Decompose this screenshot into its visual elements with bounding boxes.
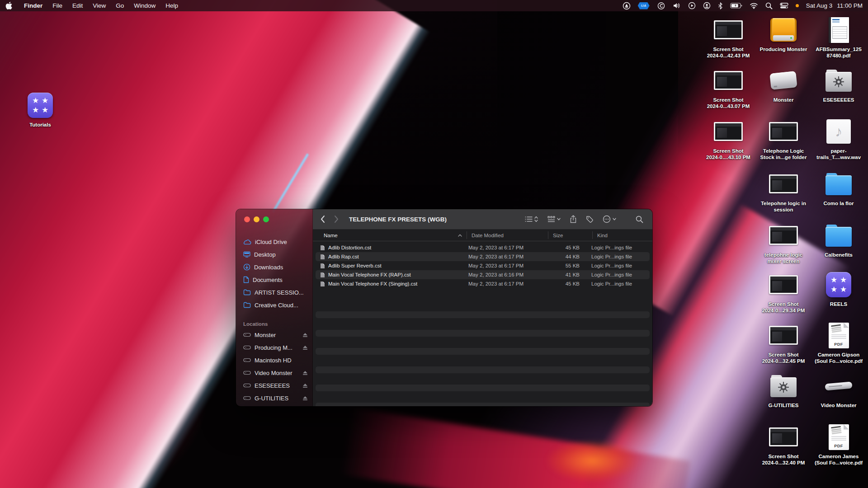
sidebar-item-desktop[interactable]: Desktop: [236, 248, 312, 261]
sidebar-item-label: Monster: [255, 332, 299, 338]
sidebar-item-eseseeees[interactable]: ESESEEEES: [236, 379, 312, 392]
desktop-icon-video-monster[interactable]: Video Monster: [812, 371, 865, 408]
desktop-icon-screenshot[interactable]: Telephone LogicStock in...ge folder: [757, 117, 810, 161]
menu-edit[interactable]: Edit: [67, 0, 88, 11]
pdf-document-icon: PDF: [829, 424, 849, 450]
bell-app-icon[interactable]: [623, 2, 631, 10]
desktop-icon-wav-file[interactable]: ♪ paper-trails_T....wav.wav: [812, 117, 865, 161]
search-button[interactable]: [636, 216, 643, 223]
screenshot-thumbnail-icon: [714, 122, 743, 141]
desktop-icon-reels[interactable]: ★★★★ REELS: [812, 270, 865, 307]
menu-bar-clock[interactable]: Sat Aug 3 11:00 PM: [806, 2, 863, 9]
desktop-icon-eseseeees[interactable]: ESESEEEES: [812, 66, 865, 103]
desktop-icon-tutorials[interactable]: ★★★★ Tutorials: [14, 91, 67, 128]
tags-button[interactable]: [586, 216, 593, 223]
blue-folder-icon: [826, 175, 852, 195]
window-title: TELEPHONE FX PRESETS (WGB): [349, 216, 447, 223]
control-center-icon[interactable]: [780, 3, 788, 9]
spotlight-search-icon[interactable]: [765, 2, 773, 9]
close-button[interactable]: [244, 216, 250, 222]
sidebar-item-macintosh-hd[interactable]: Macintosh HD: [236, 354, 312, 366]
column-header-date-modified[interactable]: Date Modified: [467, 231, 548, 239]
group-by-control[interactable]: [547, 216, 561, 223]
pdf-report-icon: [829, 17, 849, 43]
desktop-icon-screenshot[interactable]: Telepohne logic insession: [757, 169, 810, 213]
sidebar-item-monster[interactable]: Monster: [236, 328, 312, 341]
desktop-icon-cameron-james-pdf[interactable]: PDF Cameron James(Soul Fo...voice.pdf: [812, 422, 865, 466]
screenshot-thumbnail-icon: [769, 326, 798, 345]
bluetooth-icon[interactable]: [718, 2, 723, 9]
play-circle-icon[interactable]: [688, 2, 696, 9]
sidebar-item-label: Documents: [253, 277, 308, 283]
share-button[interactable]: [570, 215, 576, 223]
file-icon: [320, 254, 325, 260]
file-row[interactable]: Adlib Rap.cst May 2, 2023 at 6:17 PM 44 …: [316, 252, 650, 261]
volume-icon[interactable]: [673, 2, 681, 9]
more-actions-button[interactable]: [603, 215, 616, 223]
menu-file[interactable]: File: [47, 0, 67, 11]
desktop-icon-screenshot[interactable]: Screen Shot2024-0....43.10 PM: [702, 117, 755, 161]
file-row[interactable]: Main Vocal Telephone FX (Singing).cst Ma…: [316, 279, 650, 288]
desktop-icon-como-la-flor[interactable]: Como la flor: [812, 169, 865, 206]
column-header-kind[interactable]: Kind: [592, 231, 652, 239]
screenshot-thumbnail-icon: [769, 427, 798, 446]
user-circle-icon[interactable]: [703, 2, 711, 9]
desktop-icon-g-utilities[interactable]: G-UTILITIES: [757, 371, 810, 408]
sidebar-item-documents[interactable]: Documents: [236, 273, 312, 286]
minimize-button[interactable]: [254, 216, 259, 222]
file-row[interactable]: Adlib Super Reverb.cst May 2, 2023 at 6:…: [316, 261, 650, 270]
eject-icon[interactable]: [302, 383, 308, 388]
column-header-size[interactable]: Size: [548, 231, 592, 239]
screenshot-thumbnail-icon: [769, 226, 798, 245]
eject-icon[interactable]: [302, 396, 308, 401]
eject-icon[interactable]: [302, 345, 308, 350]
drive-icon: [243, 395, 251, 401]
clock-time: 11:00 PM: [837, 2, 863, 9]
menu-window[interactable]: Window: [129, 0, 160, 11]
menu-view[interactable]: View: [88, 0, 111, 11]
desktop-icon-screenshot[interactable]: telepohne logicmixer screen: [757, 221, 810, 265]
creative-cloud-icon[interactable]: [657, 2, 665, 9]
desktop-icon-screenshot[interactable]: Screen Shot2024-0...29.34 PM: [757, 270, 810, 314]
empty-row-stripe: [316, 311, 650, 318]
sidebar-item-label: ARTIST SESSIO...: [255, 289, 308, 296]
desktop-icon-screenshot[interactable]: Screen Shot2024-0...42.43 PM: [702, 15, 755, 59]
menu-finder[interactable]: Finder: [19, 0, 47, 11]
group-icon: [547, 216, 555, 223]
back-button[interactable]: [320, 215, 325, 223]
universal-audio-icon[interactable]: UA: [638, 2, 650, 9]
desktop-icon-calbenefits[interactable]: Calbenefits: [812, 221, 865, 258]
drive-icon: [243, 383, 251, 388]
sidebar-item-video-monster[interactable]: Video Monster: [236, 366, 312, 379]
file-list-area: Name Date Modified Size Kind Adlib Disto…: [313, 230, 652, 406]
desktop-icon-screenshot[interactable]: Screen Shot2024-0...43.07 PM: [702, 66, 755, 110]
finder-window: iCloud Drive Desktop Downloads Documents…: [236, 209, 652, 406]
sidebar-item-icloud-drive[interactable]: iCloud Drive: [236, 235, 312, 248]
battery-icon[interactable]: [730, 3, 742, 9]
file-row[interactable]: Main Vocal Telephone FX (RAP).cst May 2,…: [316, 270, 650, 279]
sidebar-item-g-utilities[interactable]: G-UTILITIES: [236, 392, 312, 404]
menu-help[interactable]: Help: [160, 0, 183, 11]
file-row[interactable]: Adlib Distortion.cst May 2, 2023 at 6:17…: [316, 243, 650, 252]
forward-button[interactable]: [334, 215, 339, 223]
desktop-icon-screenshot[interactable]: Screen Shot2024-0...32.45 PM: [757, 321, 810, 365]
sidebar-item-creative-cloud[interactable]: Creative Cloud...: [236, 299, 312, 311]
sidebar-item-artist-sessions[interactable]: ARTIST SESSIO...: [236, 286, 312, 299]
apple-menu-icon[interactable]: [5, 2, 19, 9]
desktop-icon-producing-monster[interactable]: Producing Monster: [757, 15, 810, 52]
eject-icon[interactable]: [302, 333, 308, 338]
wifi-icon[interactable]: [750, 3, 758, 9]
sidebar-item-downloads[interactable]: Downloads: [236, 261, 312, 273]
zoom-button[interactable]: [263, 216, 269, 222]
desktop-icon-monster[interactable]: Monster: [757, 66, 810, 103]
sidebar-item-producing-monster[interactable]: Producing M...: [236, 341, 312, 354]
desktop-icon-afbsummary-pdf[interactable]: AFBSummary_12587480.pdf: [812, 15, 865, 59]
column-header-name[interactable]: Name: [313, 233, 467, 238]
desktop-icon-screenshot[interactable]: Screen Shot2024-0...32.40 PM: [757, 422, 810, 466]
view-options-control[interactable]: [525, 216, 538, 222]
screenshot-thumbnail-icon: [769, 122, 798, 141]
drive-icon: [243, 357, 251, 363]
eject-icon[interactable]: [302, 371, 308, 375]
desktop-icon-cameron-gipson-pdf[interactable]: PDF Cameron Gipson(Soul Fo...voice.pdf: [812, 321, 865, 365]
menu-go[interactable]: Go: [111, 0, 129, 11]
